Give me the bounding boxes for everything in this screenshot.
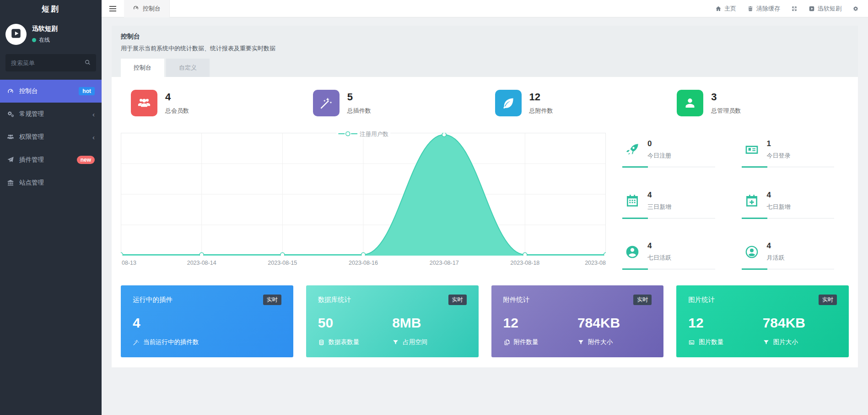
metric-footer: 图片数量 — [688, 338, 762, 346]
mini-stat-content: 4三日新增 — [622, 186, 730, 218]
gear-icon — [852, 5, 859, 12]
legend-marker-icon — [338, 131, 357, 138]
mini-stat-new-7-days: 4七日新增 — [742, 186, 849, 219]
card-title: 附件统计 — [503, 295, 530, 304]
data-point-marker — [199, 253, 204, 256]
data-point-marker — [121, 253, 123, 256]
card-title: 图片统计 — [688, 295, 715, 304]
metric-label: 占用空间 — [403, 338, 427, 346]
mini-stat-content: 0今日注册 — [622, 135, 730, 166]
stat-text: 3总管理员数 — [711, 91, 741, 115]
mini-stat-text: 4七日活跃 — [647, 241, 671, 262]
tab-console[interactable]: 控制台 — [121, 59, 164, 77]
stat-icon-tile — [131, 90, 157, 116]
user-status-label: 在线 — [39, 36, 50, 44]
panel-body: 4总会员数5总插件数12总附件数3总管理员数 注册用户数 08-132023-0… — [112, 77, 858, 367]
topbar-tab-console[interactable]: 控制台 — [124, 0, 170, 17]
underline-track — [767, 218, 835, 218]
data-point-marker — [280, 253, 285, 256]
sidebar: 短剧 迅软短剧 在线 控制台hot常规管理‹权限管理‹插件管理new站点管理 — [0, 0, 102, 415]
data-point-marker — [361, 253, 366, 256]
card-metrics: 12图片数量784KB图片大小 — [688, 315, 837, 346]
x-tick-label: 2023-08-15 — [268, 260, 297, 266]
stat-row: 4总会员数5总插件数12总附件数3总管理员数 — [121, 90, 849, 116]
sidebar-item-general[interactable]: 常规管理‹ — [0, 103, 102, 126]
metric-footer: 数据表数量 — [318, 338, 392, 346]
leaf-icon — [501, 96, 515, 110]
metric-footer: 占用空间 — [392, 338, 466, 346]
user-panel: 迅软短剧 在线 — [0, 18, 102, 51]
card-title: 数据库统计 — [318, 295, 351, 304]
stat-card-attachments: 12总附件数 — [485, 90, 667, 116]
rocket-icon — [625, 142, 640, 157]
sidebar-item-site[interactable]: 站点管理 — [0, 171, 102, 194]
mini-stat-active-7-days: 4七日活跃 — [622, 237, 730, 270]
underline-accent — [742, 166, 767, 168]
mini-stat-label: 今日登录 — [767, 152, 791, 160]
metric-footer: 图片大小 — [763, 338, 837, 346]
realtime-badge: 实时 — [819, 295, 837, 305]
mini-stat-underline — [622, 218, 715, 219]
x-tick-label: 2023-08-16 — [349, 260, 378, 266]
mini-stat-underline — [742, 218, 835, 219]
expand-icon — [791, 5, 798, 12]
x-tick-label: 2023-08-14 — [187, 260, 216, 266]
metric-label: 数据表数量 — [329, 338, 360, 346]
topbar-home-button[interactable]: 主页 — [710, 0, 742, 17]
bottom-cards-row: 运行中的插件实时4当前运行中的插件数数据库统计实时50数据表数量8MB占用空间附… — [121, 285, 849, 357]
topbar: 控制台 主页清除缓存迅软短剧 — [102, 0, 868, 17]
stat-label: 总插件数 — [347, 107, 371, 115]
send-icon — [7, 156, 14, 164]
card-metric: 50数据表数量 — [318, 315, 392, 346]
idcard-icon — [744, 142, 759, 157]
sidebar-item-label: 插件管理 — [19, 156, 44, 164]
topbar-user-button[interactable]: 迅软短剧 — [803, 0, 847, 17]
x-tick-label: 2023-08-18 — [510, 260, 539, 266]
sidebar-search — [5, 54, 96, 71]
mini-stat-today-logged-in: 1今日登录 — [742, 135, 849, 168]
area-chart-plot[interactable] — [121, 133, 606, 256]
dashboard-icon — [133, 5, 139, 12]
sidebar-item-auth[interactable]: 权限管理‹ — [0, 126, 102, 148]
realtime-badge: 实时 — [633, 295, 652, 305]
sidebar-menu: 控制台hot常规管理‹权限管理‹插件管理new站点管理 — [0, 80, 102, 194]
magic-icon — [133, 339, 140, 346]
menu-badge: hot — [79, 87, 95, 95]
tab-custom[interactable]: 自定义 — [166, 59, 210, 77]
registrations-chart: 注册用户数 08-132023-08-142023-08-152023-08-1… — [121, 133, 606, 270]
chart-legend[interactable]: 注册用户数 — [336, 131, 390, 138]
mini-stat-value: 4 — [767, 241, 785, 251]
topbar-settings-button[interactable] — [847, 0, 864, 17]
data-point-marker — [442, 133, 446, 137]
sidebar-item-label: 常规管理 — [19, 110, 44, 118]
mini-stat-content: 4七日活跃 — [622, 237, 730, 268]
card-metric: 8MB占用空间 — [392, 315, 466, 346]
sidebar-item-addon[interactable]: 插件管理new — [0, 148, 102, 171]
legend-label: 注册用户数 — [360, 131, 388, 138]
card-metric: 784KB图片大小 — [763, 315, 837, 346]
topbar-clear-cache-button[interactable]: 清除缓存 — [742, 0, 786, 17]
app-brand: 短剧 — [0, 0, 102, 18]
mini-stat-underline — [622, 268, 715, 270]
sidebar-item-console[interactable]: 控制台hot — [0, 80, 102, 103]
metric-label: 图片数量 — [699, 338, 723, 346]
mini-stat-content: 1今日登录 — [742, 135, 849, 166]
bottom-card-attachments: 附件统计实时12附件数量784KB附件大小 — [491, 285, 664, 357]
bank-icon — [7, 179, 14, 186]
mini-stat-value: 1 — [767, 139, 791, 148]
stat-card-addons: 5总插件数 — [303, 90, 485, 116]
stat-icon-tile — [495, 90, 522, 116]
card-header: 附件统计实时 — [503, 295, 652, 305]
avatar[interactable] — [5, 24, 27, 45]
metric-label: 图片大小 — [773, 338, 798, 346]
card-metric: 4当前运行中的插件数 — [133, 315, 281, 346]
underline-accent — [622, 218, 648, 219]
metric-value: 50 — [318, 315, 392, 331]
stat-text: 5总插件数 — [347, 91, 371, 115]
topbar-fullscreen-button[interactable] — [786, 0, 803, 17]
underline-track — [648, 218, 715, 218]
stat-label: 总管理员数 — [711, 107, 741, 115]
bottom-card-database: 数据库统计实时50数据表数量8MB占用空间 — [306, 285, 479, 357]
search-input[interactable] — [5, 54, 96, 71]
hamburger-menu-icon[interactable] — [102, 0, 124, 17]
